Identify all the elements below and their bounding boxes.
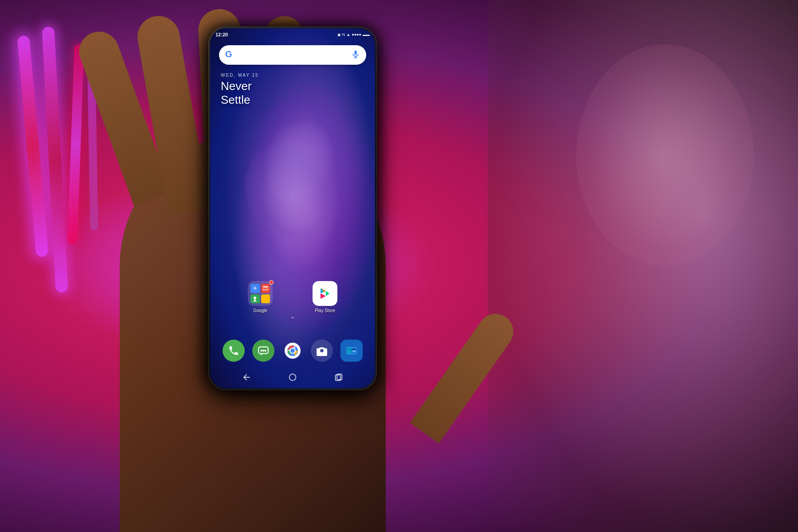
google-mini-4 bbox=[261, 294, 270, 304]
dock-chrome-icon[interactable] bbox=[282, 340, 304, 362]
battery-icon: ▬▬ bbox=[363, 33, 370, 37]
status-time: 12:20 bbox=[215, 32, 228, 37]
svg-point-19 bbox=[289, 374, 296, 381]
neon-strips-left bbox=[0, 0, 213, 532]
nav-bar bbox=[210, 372, 375, 384]
neon-strip-3 bbox=[67, 44, 84, 244]
notification-icon: N bbox=[342, 32, 345, 37]
drawer-arrow: ⌃ bbox=[290, 316, 295, 323]
google-mini-gmail bbox=[261, 284, 270, 293]
motto-line1: Never bbox=[221, 79, 251, 93]
app-icons-area: G Google bbox=[210, 281, 375, 313]
google-mini-g: G bbox=[250, 284, 260, 293]
wifi-icon: ▲ bbox=[346, 32, 350, 37]
google-notification-dot bbox=[269, 280, 274, 285]
wallet-icon bbox=[346, 345, 357, 356]
app-drawer-handle[interactable]: ⌃ bbox=[290, 316, 295, 323]
date-motto-area: WED, MAY 15 Never Settle bbox=[221, 73, 259, 107]
svg-point-5 bbox=[254, 297, 256, 299]
play-store-wrapper[interactable]: Play Store bbox=[313, 281, 337, 313]
phone-screen: 12:20 ▣ N ▲ ●●●● ▬▬ G bbox=[210, 28, 375, 388]
svg-rect-18 bbox=[347, 347, 352, 354]
google-folder-label: Google bbox=[253, 308, 267, 313]
motto-text: Never Settle bbox=[221, 79, 259, 107]
google-search-bar[interactable]: G bbox=[219, 45, 366, 65]
google-folder-icon[interactable]: G bbox=[248, 281, 273, 306]
signal-icon: ●●●● bbox=[352, 32, 361, 37]
svg-point-7 bbox=[262, 350, 264, 352]
phone-icon bbox=[228, 345, 239, 356]
play-store-svg bbox=[318, 286, 332, 301]
dock-messages-icon[interactable] bbox=[252, 340, 274, 362]
svg-rect-16 bbox=[352, 350, 356, 352]
google-folder-wrapper[interactable]: G Google bbox=[248, 281, 273, 313]
back-icon bbox=[242, 372, 251, 382]
google-logo: G bbox=[225, 49, 235, 61]
chrome-svg bbox=[284, 342, 301, 360]
svg-point-6 bbox=[260, 350, 262, 352]
mic-icon bbox=[351, 50, 360, 60]
play-store-icon[interactable] bbox=[313, 281, 337, 306]
home-icon bbox=[288, 372, 297, 382]
camera-icon bbox=[316, 345, 328, 356]
svg-rect-1 bbox=[355, 51, 357, 55]
messages-icon bbox=[258, 345, 269, 356]
svg-text:G: G bbox=[225, 49, 232, 59]
svg-point-13 bbox=[290, 348, 295, 353]
phone-body: 12:20 ▣ N ▲ ●●●● ▬▬ G bbox=[208, 27, 377, 390]
svg-point-8 bbox=[264, 350, 266, 352]
recents-icon bbox=[334, 372, 344, 382]
nav-back-button[interactable] bbox=[242, 372, 251, 384]
sim-icon: ▣ bbox=[337, 33, 341, 37]
status-icons: ▣ N ▲ ●●●● ▬▬ bbox=[337, 32, 370, 37]
dock-wallet-icon[interactable] bbox=[340, 340, 363, 362]
play-store-label: Play Store bbox=[315, 308, 335, 313]
nav-home-button[interactable] bbox=[288, 372, 297, 384]
date-text: WED, MAY 15 bbox=[221, 73, 259, 78]
motto-line2: Settle bbox=[221, 93, 250, 106]
status-bar: 12:20 ▣ N ▲ ●●●● ▬▬ bbox=[210, 28, 375, 41]
neon-strip-4 bbox=[87, 53, 98, 231]
google-mini-maps bbox=[250, 294, 260, 304]
dock bbox=[210, 340, 375, 362]
phone: 12:20 ▣ N ▲ ●●●● ▬▬ G bbox=[208, 27, 377, 390]
right-glow bbox=[576, 44, 754, 266]
nav-recents-button[interactable] bbox=[334, 372, 344, 384]
dock-phone-icon[interactable] bbox=[223, 340, 245, 362]
dock-camera-icon[interactable] bbox=[311, 340, 333, 362]
